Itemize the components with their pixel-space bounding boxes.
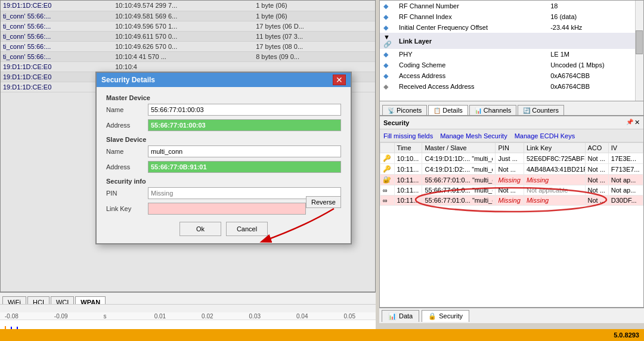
channels-icon: 📊 xyxy=(475,107,482,114)
tab-security[interactable]: 🔒 Security xyxy=(422,310,469,322)
row-iv: 17E3E... xyxy=(608,153,643,164)
tab-counters[interactable]: 🔄 Counters xyxy=(518,105,564,115)
cancel-button[interactable]: Cancel xyxy=(226,222,268,236)
pin-icon: 📌 xyxy=(626,119,633,126)
col-aco: ACO xyxy=(585,143,608,153)
pin-label: PIN xyxy=(106,190,148,197)
counters-icon: 🔄 xyxy=(523,107,530,114)
row-time: 10:11... xyxy=(394,185,422,196)
timeline-marker: 0.05 xyxy=(344,313,355,320)
scroll-thumb[interactable] xyxy=(636,30,643,54)
property-row: ◆ RF Channel Index 16 (data) xyxy=(380,11,643,22)
link-key-label: Link Key xyxy=(106,205,148,212)
row-time: 10:11... xyxy=(394,164,422,175)
horizontal-scrollbar[interactable] xyxy=(0,304,376,312)
manage-mesh-security-button[interactable]: Manage Mesh Security xyxy=(439,132,509,140)
property-row: ◆ RF Channel Number 18 xyxy=(380,1,643,11)
reverse-button[interactable]: Reverse xyxy=(306,196,341,208)
status-bar: 5.0.8293 xyxy=(0,329,644,341)
vertical-scrollbar[interactable] xyxy=(635,1,643,101)
row-master-slave: 55:66:77:01:0... "multi_conn" 5... xyxy=(422,185,496,196)
master-address-field: Address xyxy=(106,119,341,131)
row-aco: Not ... xyxy=(585,153,608,164)
slave-address-field: Address xyxy=(106,161,341,173)
property-row: ◆ Received Access Address 0xA6764CBB xyxy=(380,81,643,92)
security-row[interactable]: ∞ 10:11... 55:66:77:01:0... "multi_conn"… xyxy=(380,185,643,196)
fill-missing-fields-button[interactable]: Fill missing fields xyxy=(382,132,434,140)
row-time: 10:11... xyxy=(394,196,422,206)
row-link-key: 4AB48A43:41BD21FE... xyxy=(524,164,585,175)
master-address-label: Address xyxy=(106,122,148,129)
col-icon xyxy=(380,143,395,153)
master-address-input[interactable] xyxy=(148,119,341,131)
row-time: 10:10... xyxy=(394,153,422,164)
dialog-close-button[interactable]: ✕ xyxy=(333,75,346,85)
tab-security-label: Security xyxy=(439,312,463,320)
row-link-key: Not applicable xyxy=(524,185,585,196)
row-iv: F713E7... xyxy=(608,164,643,175)
gray-diamond-icon: ◆ xyxy=(383,83,388,90)
master-name-input[interactable] xyxy=(148,104,341,116)
ok-button[interactable]: Ok xyxy=(179,222,221,236)
property-row: ◆ Access Address 0xA6764CBB xyxy=(380,70,643,81)
tab-channels[interactable]: 📊 Channels xyxy=(469,105,516,115)
master-name-label: Name xyxy=(106,106,148,113)
link-key-field: Link Key Reverse xyxy=(106,203,341,215)
close-panel-icon[interactable]: ✕ xyxy=(634,119,640,126)
tab-data-label: Data xyxy=(399,312,413,320)
row-master-slave: 55:66:77:01:0... "multi_conn" 5... xyxy=(422,196,496,206)
piconets-icon: 📡 xyxy=(388,107,395,114)
security-row[interactable]: 🔑 10:11... C4:19:D1:D2:... "multi_conn" … xyxy=(380,164,643,175)
master-name-field: Name xyxy=(106,104,341,116)
blue-diamond-icon: ◆ xyxy=(383,2,388,10)
property-row: ◆ Coding Scheme Uncoded (1 Mbps) xyxy=(380,60,643,70)
row-link-key: 52E6DF8C:725ABF34... xyxy=(524,153,585,164)
link-key-input[interactable] xyxy=(148,203,306,215)
tab-details-label: Details xyxy=(442,107,463,114)
col-pin: PIN xyxy=(496,143,524,153)
properties-panel: ◆ RF Channel Number 18 ◆ RF Channel Inde… xyxy=(379,0,644,101)
slave-address-label: Address xyxy=(106,163,148,170)
row-pin: Not ... xyxy=(496,185,524,196)
expand-icon: ▼ xyxy=(383,33,390,41)
tab-details[interactable]: 📋 Details xyxy=(428,105,468,115)
row-iv: Not ap... xyxy=(608,175,643,185)
timeline-marker: 0.01 xyxy=(154,313,166,320)
timeline-marker: -0.09 xyxy=(54,313,68,320)
row-pin: Not ... xyxy=(496,164,524,175)
blue-diamond-icon: ◆ xyxy=(383,51,388,58)
row-icon: ∞ xyxy=(380,185,395,196)
dialog-title-text: Security Details xyxy=(101,76,155,84)
row-aco: Not ... xyxy=(585,175,608,185)
slave-name-field: Name xyxy=(106,145,341,157)
dialog-body: Master Device Name Address Slave Device … xyxy=(97,87,351,243)
properties-table: ◆ RF Channel Number 18 ◆ RF Channel Inde… xyxy=(380,1,643,92)
row-master-slave: C4:19:D1:D2:... "multi_conn" 5... xyxy=(422,164,496,175)
row-time: 10:11... xyxy=(394,175,422,185)
row-link-key: Missing xyxy=(524,196,585,206)
row-master-slave: C4:19:D1:1D:... "multi_conn" 5... xyxy=(422,153,496,164)
blue-diamond-icon: ◆ xyxy=(383,24,388,31)
col-master-slave: Master / Slave xyxy=(422,143,496,153)
col-time: Time xyxy=(394,143,422,153)
slave-name-label: Name xyxy=(106,148,148,155)
security-table: Time Master / Slave PIN Link Key ACO IV … xyxy=(380,142,643,206)
link-layer-icon: 🔗 xyxy=(383,41,392,48)
row-pin: Missing xyxy=(496,175,524,185)
right-tab-bar: 📡 Piconets 📋 Details 📊 Channels 🔄 Counte… xyxy=(379,101,644,116)
manage-ecdh-keys-button[interactable]: Manage ECDH Keys xyxy=(513,132,577,140)
blue-diamond-icon: ◆ xyxy=(383,61,388,69)
tab-piconets[interactable]: 📡 Piconets xyxy=(382,105,427,115)
slave-name-input[interactable] xyxy=(148,145,341,157)
security-row-missing[interactable]: 🔐 10:11... 55:66:77:01:0... "multi_conn"… xyxy=(380,175,643,185)
row-icon: 🔑 xyxy=(380,153,395,164)
tab-counters-label: Counters xyxy=(532,107,559,114)
tab-data[interactable]: 📊 Data xyxy=(382,310,419,322)
security-details-dialog: Security Details ✕ Master Device Name Ad… xyxy=(95,72,352,244)
property-row: ◆ Initial Center Frequency Offset -23.44… xyxy=(380,22,643,33)
slave-address-input[interactable] xyxy=(148,161,341,173)
security-row-missing[interactable]: ∞ 10:11... 55:66:77:01:0... "multi_conn"… xyxy=(380,196,643,206)
security-row[interactable]: 🔑 10:10... C4:19:D1:1D:... "multi_conn" … xyxy=(380,153,643,164)
tab-channels-label: Channels xyxy=(484,107,511,114)
row-icon: 🔑 xyxy=(380,164,395,175)
